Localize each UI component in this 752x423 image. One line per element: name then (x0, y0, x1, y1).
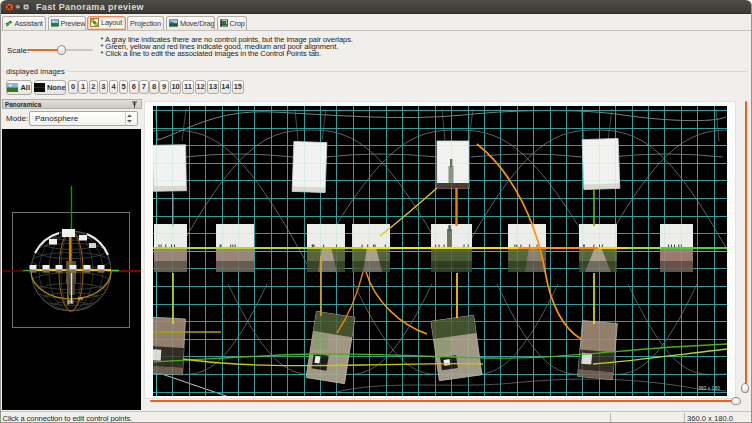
svg-text:360 x 180: 360 x 180 (698, 385, 720, 391)
